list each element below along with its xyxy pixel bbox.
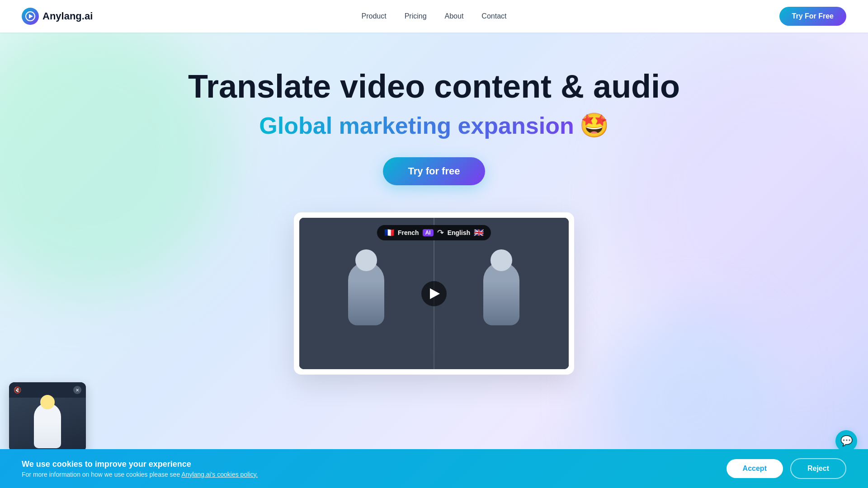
cookie-accept-button[interactable]: Accept <box>726 459 783 478</box>
cookie-reject-button[interactable]: Reject <box>790 458 846 479</box>
hero-subtitle: Global marketing expansion 🤩 <box>259 112 609 139</box>
nav-try-free-button[interactable]: Try For Free <box>779 7 846 26</box>
nav-links: Product Pricing About Contact <box>362 12 507 20</box>
ai-label: AI <box>423 229 434 236</box>
to-lang-label: English <box>448 229 471 236</box>
floating-video-widget: 🔇 ✕ <box>9 382 86 452</box>
nav-about[interactable]: About <box>445 12 464 20</box>
widget-person <box>34 403 61 448</box>
video-right <box>434 218 569 369</box>
hero-title: Translate video content & audio <box>188 69 680 104</box>
person-right <box>483 262 519 325</box>
person-left <box>348 262 384 325</box>
logo-icon <box>22 8 39 25</box>
from-flag: 🇫🇷 <box>384 228 394 238</box>
chat-bubble-button[interactable]: 💬 <box>835 430 857 452</box>
video-left <box>299 218 434 369</box>
video-play-button[interactable] <box>421 281 447 306</box>
video-inner: 🇫🇷 French AI ↷ English 🇬🇧 <box>299 218 569 369</box>
cookie-description: For more information on how we use cooki… <box>22 471 258 478</box>
hero-emoji: 🤩 <box>580 112 609 139</box>
language-badge: 🇫🇷 French AI ↷ English 🇬🇧 <box>377 225 491 240</box>
widget-video <box>9 398 86 452</box>
cookie-title: We use cookies to improve your experienc… <box>22 460 258 469</box>
cookie-banner: We use cookies to improve your experienc… <box>0 449 868 488</box>
cookie-actions: Accept Reject <box>726 458 846 479</box>
hero-try-free-button[interactable]: Try for free <box>383 157 486 185</box>
cookie-text: We use cookies to improve your experienc… <box>22 460 258 478</box>
video-card: 🇫🇷 French AI ↷ English 🇬🇧 <box>294 212 574 375</box>
logo[interactable]: Anylang.ai <box>22 8 93 25</box>
hero-section: Translate video content & audio Global m… <box>0 0 868 488</box>
cookie-policy-link[interactable]: Anylang.ai's cookies policy. <box>181 471 258 478</box>
nav-pricing[interactable]: Pricing <box>405 12 427 20</box>
nav-contact[interactable]: Contact <box>481 12 506 20</box>
arrow-icon: ↷ <box>437 228 444 238</box>
hero-content: Translate video content & audio Global m… <box>188 33 680 375</box>
nav-product[interactable]: Product <box>362 12 387 20</box>
widget-close-button[interactable]: ✕ <box>73 386 81 394</box>
widget-speaker-icon[interactable]: 🔇 <box>14 386 21 394</box>
navbar: Anylang.ai Product Pricing About Contact… <box>0 0 868 33</box>
logo-text: Anylang.ai <box>42 10 93 22</box>
from-lang-label: French <box>398 229 419 236</box>
hero-subtitle-text: Global marketing expansion <box>259 112 574 139</box>
to-flag: 🇬🇧 <box>474 228 484 238</box>
chat-icon: 💬 <box>840 435 853 447</box>
svg-marker-1 <box>29 14 33 19</box>
